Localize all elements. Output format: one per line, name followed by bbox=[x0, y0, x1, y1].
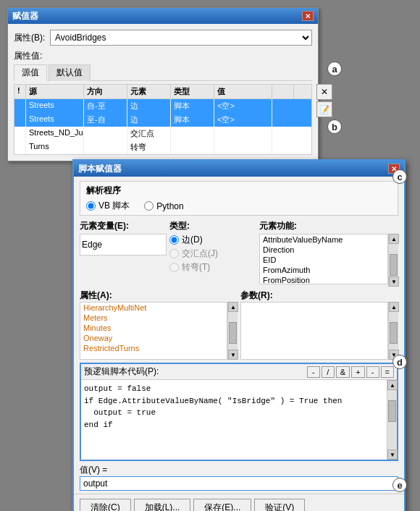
cell-val-3 bbox=[214, 127, 272, 140]
param-list[interactable] bbox=[240, 302, 388, 360]
code-btn-amp[interactable]: & bbox=[336, 366, 350, 378]
annotation-d: d bbox=[392, 355, 407, 369]
list-item[interactable]: Oneway bbox=[80, 333, 227, 343]
type-col: 类型: 边(D) 交汇点(J) 转弯(T) bbox=[169, 220, 256, 287]
junction-radio-label[interactable]: 交汇点(J) bbox=[169, 248, 256, 260]
table-row[interactable]: Streets_ND_Junctions 交汇点 bbox=[14, 127, 311, 140]
annotation-c: c bbox=[392, 169, 407, 184]
script-button[interactable]: 📝 bbox=[316, 101, 332, 117]
scroll-thumb[interactable] bbox=[390, 322, 398, 344]
cell-dir-4 bbox=[84, 140, 127, 154]
scroll-thumb[interactable] bbox=[229, 322, 237, 344]
annotation-a: a bbox=[327, 62, 342, 76]
code-section: 预逻辑脚本代码(P): - / & + - = output = false i… bbox=[80, 363, 398, 461]
element-func-list[interactable]: AttributeValueByName Direction EID FromA… bbox=[259, 234, 388, 284]
list-item[interactable]: Direction bbox=[260, 245, 387, 255]
property-label: 属性(B): bbox=[14, 32, 50, 44]
element-func-col: 元素功能: AttributeValueByName Direction EID… bbox=[259, 220, 398, 287]
vb-radio-label[interactable]: VB 脚本 bbox=[86, 200, 130, 212]
cell-elem-4: 转弯 bbox=[127, 140, 171, 154]
top-dialog-titlebar: 赋值器 ✕ bbox=[8, 8, 318, 24]
delete-row-button[interactable]: ✕ bbox=[316, 84, 332, 100]
action-buttons: 清除(C) 加载(L)... 保存(E)... 验证(V) bbox=[74, 494, 404, 511]
list-item[interactable]: Minutes bbox=[80, 323, 227, 333]
func-scrollbar[interactable]: ▲ ▼ bbox=[388, 234, 398, 287]
vb-radio[interactable] bbox=[86, 201, 96, 211]
table-side-buttons: ✕ 📝 bbox=[316, 84, 332, 117]
top-dialog-close[interactable]: ✕ bbox=[302, 11, 314, 21]
param-scrollbar[interactable]: ▲ ▼ bbox=[388, 302, 398, 360]
element-var-value[interactable]: Edge bbox=[80, 234, 167, 255]
code-line-1: output = false bbox=[84, 383, 384, 395]
scroll-up-arrow[interactable]: ▲ bbox=[389, 302, 399, 312]
edge-radio[interactable] bbox=[169, 235, 179, 245]
cell-type-4 bbox=[171, 140, 214, 154]
scroll-down-arrow[interactable]: ▼ bbox=[389, 276, 399, 287]
scroll-thumb[interactable] bbox=[390, 254, 398, 276]
source-table: ! 源 方向 元素 类型 值 Streets 自-至 边 脚本 <空> bbox=[14, 84, 312, 155]
type-radio-group: 边(D) 交汇点(J) 转弯(T) bbox=[169, 234, 256, 274]
verify-button[interactable]: 验证(V) bbox=[254, 499, 305, 511]
cell-warn-4 bbox=[14, 140, 26, 154]
cell-val-2: <空> bbox=[214, 113, 272, 127]
parser-radio-row: VB 脚本 Python bbox=[86, 200, 392, 212]
code-btn-eq[interactable]: = bbox=[381, 366, 394, 378]
code-scrollbar[interactable]: ▲ ▼ bbox=[387, 380, 397, 460]
python-radio-label[interactable]: Python bbox=[144, 201, 183, 211]
list-item[interactable]: RestrictedTurns bbox=[80, 343, 227, 353]
cell-source-4: Turns bbox=[26, 140, 84, 154]
element-func-list-wrap: AttributeValueByName Direction EID FromA… bbox=[259, 234, 398, 287]
top-dialog: 赋值器 ✕ 属性(B): AvoidBridges 属性值: 源值 默认值 ! … bbox=[7, 7, 319, 161]
tab-default[interactable]: 默认值 bbox=[49, 64, 91, 81]
load-button[interactable]: 加载(L)... bbox=[134, 499, 191, 511]
junction-radio bbox=[169, 249, 179, 258]
element-func-label: 元素功能: bbox=[259, 220, 398, 232]
scroll-up-arrow[interactable]: ▲ bbox=[228, 302, 238, 312]
param-list-wrap: ▲ ▼ bbox=[240, 302, 398, 360]
edge-radio-label[interactable]: 边(D) bbox=[169, 234, 256, 246]
python-radio[interactable] bbox=[144, 201, 154, 211]
save-button[interactable]: 保存(E)... bbox=[193, 499, 251, 511]
list-item[interactable]: Meters bbox=[80, 313, 227, 323]
value-input[interactable] bbox=[80, 476, 398, 491]
cell-dir-2: 至-自 bbox=[84, 113, 127, 127]
attr-scrollbar[interactable]: ▲ ▼ bbox=[227, 302, 238, 360]
cell-warn-2 bbox=[14, 113, 26, 127]
property-select[interactable]: AvoidBridges bbox=[50, 30, 312, 46]
table-row[interactable]: Streets 自-至 边 脚本 <空> bbox=[14, 99, 311, 113]
attr-col: 属性(A): HierarchyMultiNet Meters Minutes … bbox=[80, 290, 238, 360]
value-label: 值(V) = bbox=[80, 465, 107, 475]
attr-list[interactable]: HierarchyMultiNet Meters Minutes Oneway … bbox=[80, 302, 227, 360]
list-item[interactable]: EID bbox=[260, 255, 387, 265]
code-btn-plus[interactable]: + bbox=[351, 366, 364, 378]
col-direction: 方向 bbox=[84, 85, 127, 98]
scroll-up-arrow[interactable]: ▲ bbox=[389, 234, 399, 244]
list-item[interactable]: FromAzimuth bbox=[260, 265, 387, 275]
clear-button[interactable]: 清除(C) bbox=[80, 499, 131, 511]
tab-source[interactable]: 源值 bbox=[14, 64, 47, 81]
property-row: 属性(B): AvoidBridges bbox=[14, 30, 312, 46]
scroll-up-arrow[interactable]: ▲ bbox=[387, 380, 398, 390]
cell-warn-1 bbox=[14, 99, 26, 113]
top-dialog-body: 属性(B): AvoidBridges 属性值: 源值 默认值 ! 源 方向 元… bbox=[8, 24, 318, 161]
scroll-down-arrow[interactable]: ▼ bbox=[228, 350, 238, 360]
list-item[interactable]: AttributeValueByName bbox=[260, 235, 387, 245]
turn-radio-label[interactable]: 转弯(T) bbox=[169, 261, 256, 274]
col-spacer bbox=[272, 85, 294, 98]
cell-type-2: 脚本 bbox=[171, 113, 214, 127]
cell-elem-2: 边 bbox=[127, 113, 171, 127]
scroll-down-arrow[interactable]: ▼ bbox=[387, 449, 398, 460]
top-dialog-title: 赋值器 bbox=[12, 10, 38, 22]
three-col-section: 元素变量(E): Edge 类型: 边(D) 交汇点(J) 转弯(T) bbox=[80, 220, 398, 287]
code-btn-slash[interactable]: / bbox=[322, 366, 335, 378]
code-editor[interactable]: output = false if Edge.AttributeValueByN… bbox=[81, 380, 387, 460]
scroll-thumb[interactable] bbox=[388, 400, 396, 422]
table-row[interactable]: Turns 转弯 bbox=[14, 140, 311, 154]
list-item[interactable]: FromPosition bbox=[260, 275, 387, 284]
table-row[interactable]: Streets 至-自 边 脚本 <空> bbox=[14, 113, 311, 127]
code-btn-minus[interactable]: - bbox=[307, 366, 320, 378]
list-item[interactable]: HierarchyMultiNet bbox=[80, 303, 227, 313]
code-area-wrap: output = false if Edge.AttributeValueByN… bbox=[81, 380, 397, 460]
cell-dir-3 bbox=[84, 127, 127, 140]
code-btn-minus2[interactable]: - bbox=[366, 366, 379, 378]
